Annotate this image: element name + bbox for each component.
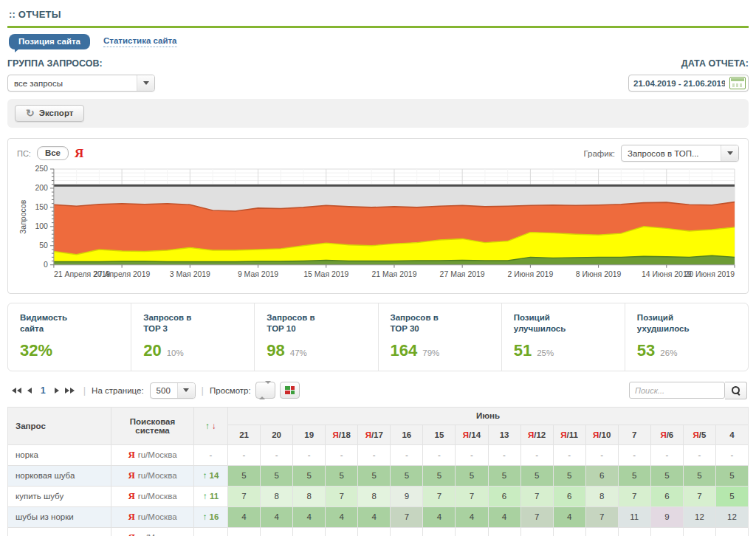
svg-text:27 Апреля 2019: 27 Апреля 2019 xyxy=(94,270,151,278)
position-cell: 5 xyxy=(358,465,391,486)
sort-toggle-button[interactable] xyxy=(255,382,275,399)
position-cell: 5 xyxy=(456,465,488,486)
positions-table: Запрос Поисковая система ↑ ↓ Июнь 212019… xyxy=(7,407,749,536)
date-column-header[interactable]: Я/12 xyxy=(520,425,553,444)
query-cell[interactable]: автоледи xyxy=(8,527,111,536)
position-cell: 4 xyxy=(488,506,520,527)
query-cell[interactable]: купить шубу xyxy=(8,486,111,506)
column-header-engine[interactable]: Поисковая система xyxy=(111,407,194,444)
up-arrow-icon: ↑ xyxy=(203,471,210,480)
sort-down-icon: ↓ xyxy=(212,422,216,430)
change-cell: ↑ 11 xyxy=(194,486,228,506)
position-cell: - xyxy=(326,527,358,536)
date-column-header[interactable]: Я/5 xyxy=(683,425,715,444)
stacked-area-chart: 05010015020025021 Апреля 201927 Апреля 2… xyxy=(17,163,739,287)
position-cell: - xyxy=(520,527,553,536)
search-button[interactable] xyxy=(725,382,747,399)
table-row: автоледиЯru/Москва----------------- xyxy=(8,527,749,536)
export-button[interactable]: ↻ Экспорт xyxy=(15,105,84,122)
position-cell: 5 xyxy=(423,465,456,486)
stat-value: 53 xyxy=(637,341,655,360)
date-column-header[interactable]: 19 xyxy=(293,425,326,444)
svg-text:8 Июня 2019: 8 Июня 2019 xyxy=(576,270,622,278)
table-row: норковая шубаЯru/Москва↑ 145555555555565… xyxy=(8,465,749,486)
position-cell: - xyxy=(520,444,553,465)
position-cell: - xyxy=(618,444,650,465)
position-cell: - xyxy=(488,444,520,465)
date-column-header[interactable]: 15 xyxy=(423,425,456,444)
engine-cell: Яru/Москва xyxy=(111,527,194,536)
position-cell: 5 xyxy=(391,465,423,486)
date-column-header[interactable]: 4 xyxy=(715,425,748,444)
up-arrow-icon: ↑ xyxy=(203,492,210,501)
column-header-query[interactable]: Запрос xyxy=(8,407,111,444)
sort-arrows-icon xyxy=(259,384,271,397)
first-page-button[interactable] xyxy=(9,385,24,396)
date-column-header[interactable]: 13 xyxy=(488,425,520,444)
position-cell: - xyxy=(358,527,391,536)
date-column-header[interactable]: 16 xyxy=(391,425,423,444)
yandex-icon: Я xyxy=(128,449,134,460)
position-cell: - xyxy=(618,527,650,536)
date-column-header[interactable]: Я/6 xyxy=(650,425,683,444)
date-range-input[interactable] xyxy=(629,79,729,88)
date-column-header[interactable]: Я/18 xyxy=(326,425,358,444)
position-cell: 5 xyxy=(488,465,520,486)
position-cell: - xyxy=(391,444,423,465)
chart-panel: ПС: Все Я График: Запросов в ТОП... 0501… xyxy=(7,138,749,294)
svg-text:200: 200 xyxy=(35,184,48,192)
ps-all-button[interactable]: Все xyxy=(37,146,69,160)
change-cell: ↑ 16 xyxy=(194,506,228,527)
position-cell: - xyxy=(391,527,423,536)
position-cell: 9 xyxy=(391,486,423,506)
date-column-header[interactable]: 20 xyxy=(261,425,293,444)
date-column-header[interactable]: Я/11 xyxy=(553,425,585,444)
current-page-number[interactable]: 1 xyxy=(41,385,46,396)
position-cell: 6 xyxy=(488,486,520,506)
position-cell: - xyxy=(293,527,326,536)
position-cell: 5 xyxy=(326,465,358,486)
svg-text:50: 50 xyxy=(39,241,48,250)
position-cell: - xyxy=(650,527,683,536)
position-cell: 6 xyxy=(553,486,585,506)
position-cell: - xyxy=(423,527,456,536)
svg-text:100: 100 xyxy=(35,222,48,230)
calendar-icon[interactable] xyxy=(729,77,746,89)
date-column-header[interactable]: Я/17 xyxy=(358,425,391,444)
position-cell: - xyxy=(456,527,488,536)
position-cell: 7 xyxy=(520,486,553,506)
graph-type-select[interactable]: Запросов в ТОП... xyxy=(621,145,739,162)
search-input[interactable] xyxy=(629,382,725,399)
table-row: купить шубуЯru/Москва↑ 11788789776768767… xyxy=(8,486,749,506)
query-cell[interactable]: норка xyxy=(8,444,111,465)
color-view-button[interactable] xyxy=(280,382,300,399)
reports-page: :: ОТЧЕТЫ Позиция сайта Статистика сайта… xyxy=(0,0,756,536)
yandex-toggle[interactable]: Я xyxy=(75,146,83,161)
date-column-header[interactable]: 7 xyxy=(618,425,650,444)
position-cell: - xyxy=(423,444,456,465)
table-row: норкаЯru/Москва----------------- xyxy=(8,444,749,465)
date-column-header[interactable]: Я/14 xyxy=(456,425,488,444)
tab-site-position[interactable]: Позиция сайта xyxy=(9,34,90,49)
query-group-value: все запросы xyxy=(14,79,63,88)
position-cell: - xyxy=(293,444,326,465)
stat-value: 32% xyxy=(20,341,52,360)
last-page-button[interactable] xyxy=(62,385,78,396)
prev-page-button[interactable] xyxy=(24,385,35,396)
query-cell[interactable]: шубы из норки xyxy=(8,506,111,527)
tab-site-statistics[interactable]: Статистика сайта xyxy=(103,36,177,47)
page-title: :: ОТЧЕТЫ xyxy=(7,6,749,26)
position-cell: 7 xyxy=(391,506,423,527)
next-page-button[interactable] xyxy=(52,385,62,396)
position-cell: 7 xyxy=(456,486,488,506)
engine-cell: Яru/Москва xyxy=(111,506,194,527)
queries-top-chart: 05010015020025021 Апреля 201927 Апреля 2… xyxy=(17,163,739,290)
date-column-header[interactable]: 21 xyxy=(228,425,261,444)
query-group-select[interactable]: все запросы xyxy=(7,75,155,92)
column-header-change[interactable]: ↑ ↓ xyxy=(194,407,228,444)
per-page-select[interactable]: 500 xyxy=(150,382,196,399)
position-cell: - xyxy=(553,527,585,536)
query-cell[interactable]: норковая шуба xyxy=(8,465,111,486)
date-column-header[interactable]: Я/10 xyxy=(585,425,618,444)
svg-text:Запросов: Запросов xyxy=(19,199,27,234)
